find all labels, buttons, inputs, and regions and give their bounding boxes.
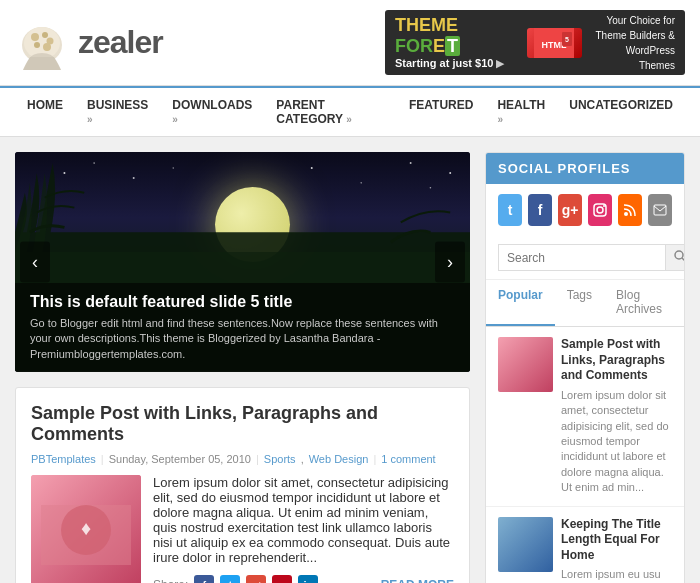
share-twitter[interactable]: t bbox=[220, 575, 240, 583]
rss-icon[interactable] bbox=[618, 194, 642, 226]
article-1-author[interactable]: PBTemplates bbox=[31, 453, 96, 465]
share-googleplus[interactable]: g+ bbox=[246, 575, 266, 583]
svg-point-13 bbox=[93, 162, 95, 164]
slider-title: This is default featured slide 5 title bbox=[30, 293, 455, 311]
svg-point-6 bbox=[43, 43, 51, 51]
svg-point-32 bbox=[624, 212, 628, 216]
logo-area: zealer bbox=[15, 15, 163, 70]
article-1-body: ♦ Lorem ipsum dolor sit amet, consectetu… bbox=[31, 475, 454, 583]
instagram-icon[interactable] bbox=[588, 194, 612, 226]
sidebar-post-2-title[interactable]: Keeping The Title Length Equal For Home bbox=[561, 517, 661, 562]
ad-forest-text: THEME FORET Starting at just $10 ▶ bbox=[395, 15, 527, 70]
svg-point-34 bbox=[675, 251, 683, 259]
main-content: This is default featured slide 5 title G… bbox=[0, 137, 700, 583]
nav-downloads[interactable]: DOWNLOADS » bbox=[160, 88, 264, 136]
slider-text: Go to Blogger edit html and find these s… bbox=[30, 316, 455, 362]
sidebar-post-2-excerpt: Lorem ipsum eu usu assum liberavisse, ut… bbox=[561, 567, 672, 583]
slider-next-button[interactable]: › bbox=[435, 242, 465, 283]
svg-point-2 bbox=[31, 33, 39, 41]
nav-health[interactable]: HEALTH » bbox=[485, 88, 557, 136]
sidebar-post-1-thumb bbox=[498, 337, 553, 392]
sidebar-post-2-text: Keeping The Title Length Equal For Home … bbox=[561, 517, 672, 583]
svg-point-19 bbox=[172, 167, 174, 169]
svg-point-18 bbox=[430, 187, 432, 189]
ad-title: THEME FORET bbox=[395, 15, 527, 57]
featured-slider: This is default featured slide 5 title G… bbox=[15, 152, 470, 372]
svg-point-12 bbox=[63, 172, 65, 174]
sidebar-post-1-text: Sample Post with Links, Paragraphs and C… bbox=[561, 337, 672, 496]
googleplus-icon[interactable]: g+ bbox=[558, 194, 582, 226]
share-bar-1: Share: f t g+ p in READ MORE bbox=[153, 575, 454, 583]
social-profiles-title: SOCIAL PROFILES bbox=[486, 153, 684, 184]
article-1-thumbnail: ♦ bbox=[31, 475, 141, 583]
email-icon[interactable] bbox=[648, 194, 672, 226]
slider-caption: This is default featured slide 5 title G… bbox=[15, 283, 470, 372]
svg-point-31 bbox=[603, 205, 605, 207]
ad-subtitle: Starting at just $10 ▶ bbox=[395, 57, 527, 70]
tab-popular[interactable]: Popular bbox=[486, 280, 555, 326]
sidebar: SOCIAL PROFILES t f g+ bbox=[485, 152, 685, 583]
svg-text:♦: ♦ bbox=[81, 517, 91, 539]
nav-featured[interactable]: FEATURED bbox=[397, 88, 485, 122]
article-1-cat-sports[interactable]: Sports bbox=[264, 453, 296, 465]
search-button[interactable] bbox=[666, 244, 685, 271]
sidebar-tabs: Popular Tags Blog Archives bbox=[486, 280, 684, 327]
logo-text: zealer bbox=[78, 24, 163, 61]
tab-tags[interactable]: Tags bbox=[555, 280, 604, 326]
ad-right-text: Your Choice forTheme Builders &WordPress… bbox=[588, 13, 675, 73]
facebook-icon[interactable]: f bbox=[528, 194, 552, 226]
tab-blog-archives[interactable]: Blog Archives bbox=[604, 280, 684, 326]
social-icons-row: t f g+ bbox=[486, 184, 684, 236]
sidebar-post-1: Sample Post with Links, Paragraphs and C… bbox=[486, 327, 684, 507]
slider-prev-button[interactable]: ‹ bbox=[20, 242, 50, 283]
header: zealer THEME FORET Starting at just $10 … bbox=[0, 0, 700, 86]
popular-posts-list: Sample Post with Links, Paragraphs and C… bbox=[486, 327, 684, 583]
logo-icon bbox=[15, 15, 70, 70]
article-1-excerpt: Lorem ipsum dolor sit amet, consectetur … bbox=[153, 475, 454, 565]
article-1-cat-webdesign[interactable]: Web Design bbox=[309, 453, 369, 465]
main-nav: HOME BUSINESS » DOWNLOADS » PARENT CATEG… bbox=[0, 86, 700, 137]
social-profiles-widget: SOCIAL PROFILES t f g+ bbox=[485, 152, 685, 583]
svg-point-14 bbox=[133, 177, 135, 179]
article-1-title[interactable]: Sample Post with Links, Paragraphs and C… bbox=[31, 403, 378, 444]
nav-home[interactable]: HOME bbox=[15, 88, 75, 122]
sidebar-post-2-thumb bbox=[498, 517, 553, 572]
sidebar-post-2: Keeping The Title Length Equal For Home … bbox=[486, 507, 684, 583]
article-1: Sample Post with Links, Paragraphs and C… bbox=[15, 387, 470, 583]
share-linkedin[interactable]: in bbox=[298, 575, 318, 583]
article-1-meta: PBTemplates | Sunday, September 05, 2010… bbox=[31, 453, 454, 465]
sidebar-thumb-img-2 bbox=[498, 517, 553, 572]
svg-point-15 bbox=[311, 167, 313, 169]
article-1-date: Sunday, September 05, 2010 bbox=[109, 453, 251, 465]
search-box bbox=[486, 236, 684, 280]
nav-parent-category[interactable]: PARENT CATEGORY » bbox=[264, 88, 397, 136]
ad-banner[interactable]: THEME FORET Starting at just $10 ▶ HTML … bbox=[385, 10, 685, 75]
nav-business[interactable]: BUSINESS » bbox=[75, 88, 160, 136]
share-pinterest[interactable]: p bbox=[272, 575, 292, 583]
svg-point-16 bbox=[360, 182, 362, 184]
html-badge: HTML 5 bbox=[527, 28, 582, 58]
article-1-content: Lorem ipsum dolor sit amet, consectetur … bbox=[153, 475, 454, 583]
svg-point-30 bbox=[597, 207, 603, 213]
svg-text:5: 5 bbox=[565, 36, 569, 43]
content-left: This is default featured slide 5 title G… bbox=[15, 152, 470, 583]
sidebar-post-1-title[interactable]: Sample Post with Links, Paragraphs and C… bbox=[561, 337, 665, 382]
share-label: Share: bbox=[153, 578, 188, 583]
svg-point-17 bbox=[410, 162, 412, 164]
search-icon bbox=[674, 250, 685, 262]
svg-point-3 bbox=[42, 32, 48, 38]
nav-uncategorized[interactable]: UNCATEGORIZED bbox=[557, 88, 685, 122]
svg-point-5 bbox=[34, 42, 40, 48]
article-1-comments[interactable]: 1 comment bbox=[381, 453, 435, 465]
sidebar-thumb-img-1 bbox=[498, 337, 553, 392]
search-input[interactable] bbox=[498, 244, 666, 271]
sidebar-post-1-excerpt: Lorem ipsum dolor sit amet, consectetur … bbox=[561, 388, 672, 496]
svg-rect-33 bbox=[654, 205, 666, 215]
share-facebook[interactable]: f bbox=[194, 575, 214, 583]
svg-line-35 bbox=[682, 258, 685, 261]
svg-point-20 bbox=[449, 172, 451, 174]
read-more-1[interactable]: READ MORE bbox=[381, 578, 454, 583]
twitter-icon[interactable]: t bbox=[498, 194, 522, 226]
